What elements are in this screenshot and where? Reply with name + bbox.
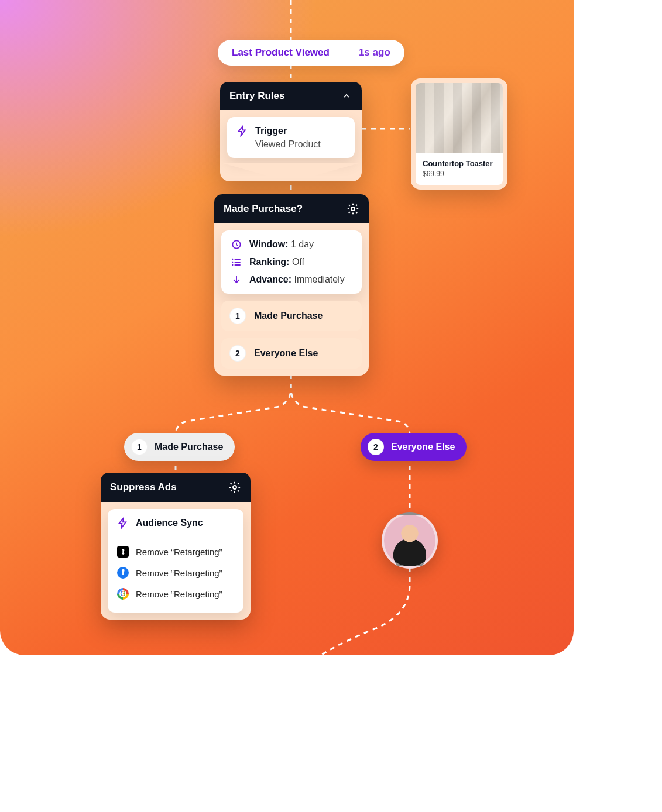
funnel-tail bbox=[220, 163, 362, 181]
google-icon bbox=[117, 588, 129, 600]
chevron-up-icon[interactable] bbox=[341, 90, 352, 102]
setting-value: Off bbox=[292, 257, 304, 267]
decision-card[interactable]: Made Purchase? Window: 1 day bbox=[214, 194, 369, 376]
svg-point-6 bbox=[351, 207, 355, 211]
entry-rules-card[interactable]: Entry Rules Trigger Viewed Product bbox=[220, 82, 362, 181]
sync-row: Remove “Retargeting” bbox=[117, 583, 234, 604]
sync-row: Remove “Retargeting” bbox=[117, 562, 234, 583]
svg-point-10 bbox=[232, 264, 233, 266]
option-label: Everyone Else bbox=[254, 348, 318, 359]
branch-chip-left[interactable]: 1 Made Purchase bbox=[124, 433, 235, 461]
option-number: 1 bbox=[229, 308, 246, 324]
setting-label: Ranking: bbox=[249, 257, 289, 267]
bolt-icon bbox=[236, 125, 248, 137]
trigger-label: Trigger bbox=[255, 126, 287, 136]
svg-point-9 bbox=[232, 262, 233, 263]
svg-point-8 bbox=[232, 259, 233, 260]
sync-text: Remove “Retargeting” bbox=[136, 547, 222, 557]
product-name: Countertop Toaster bbox=[423, 159, 496, 168]
gear-icon[interactable] bbox=[347, 202, 359, 215]
option-row[interactable]: 1 Made Purchase bbox=[221, 301, 362, 331]
clock-icon bbox=[231, 239, 242, 250]
entry-rules-header[interactable]: Entry Rules bbox=[220, 82, 362, 110]
trigger-value: Viewed Product bbox=[255, 139, 345, 150]
bolt-icon bbox=[117, 517, 129, 529]
suppress-card[interactable]: Suppress Ads Audience Sync bbox=[101, 473, 251, 620]
product-image bbox=[416, 83, 503, 153]
option-number: 2 bbox=[229, 345, 246, 362]
svg-point-11 bbox=[233, 486, 236, 489]
audience-sync-title: Audience Sync bbox=[136, 518, 203, 528]
sync-row: Remove “Retargeting” bbox=[117, 541, 234, 562]
branch-chip-right[interactable]: 2 Everyone Else bbox=[361, 433, 467, 461]
branch-label: Made Purchase bbox=[155, 442, 223, 452]
option-row[interactable]: 2 Everyone Else bbox=[221, 338, 362, 369]
decision-title: Made Purchase? bbox=[224, 203, 303, 215]
setting-label: Window: bbox=[249, 239, 289, 249]
product-price: $69.99 bbox=[423, 170, 496, 178]
decision-header[interactable]: Made Purchase? bbox=[214, 194, 369, 223]
facebook-icon bbox=[117, 567, 129, 579]
setting-value: 1 day bbox=[291, 239, 314, 249]
gear-icon[interactable] bbox=[228, 481, 241, 494]
setting-label: Advance: bbox=[249, 274, 291, 284]
suppress-title: Suppress Ads bbox=[110, 481, 177, 493]
event-pill: Last Product Viewed 1s ago bbox=[218, 40, 404, 66]
branch-label: Everyone Else bbox=[391, 442, 455, 452]
arrow-down-icon bbox=[231, 274, 242, 285]
branch-number: 2 bbox=[368, 439, 384, 455]
suppress-header[interactable]: Suppress Ads bbox=[101, 473, 251, 502]
sync-text: Remove “Retargeting” bbox=[136, 568, 222, 578]
user-avatar bbox=[382, 512, 438, 569]
sync-text: Remove “Retargeting” bbox=[136, 589, 222, 599]
list-icon bbox=[231, 256, 242, 268]
branch-number: 1 bbox=[131, 439, 148, 455]
workflow-canvas: Last Product Viewed 1s ago Entry Rules T… bbox=[0, 0, 574, 655]
event-pill-title: Last Product Viewed bbox=[232, 47, 330, 59]
tiktok-icon bbox=[117, 546, 129, 558]
option-label: Made Purchase bbox=[254, 311, 323, 321]
setting-value: Immediately bbox=[294, 274, 344, 284]
product-card[interactable]: Countertop Toaster $69.99 bbox=[411, 78, 507, 190]
entry-rules-title: Entry Rules bbox=[229, 90, 284, 102]
divider bbox=[117, 535, 234, 535]
event-pill-meta: 1s ago bbox=[359, 47, 390, 59]
